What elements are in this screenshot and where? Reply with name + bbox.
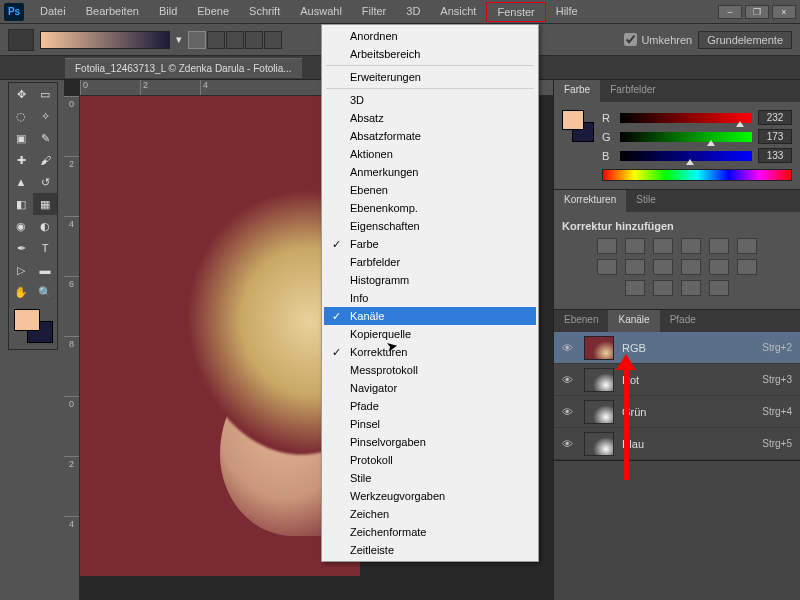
- menuitem-erweiterungen[interactable]: Erweiterungen: [324, 68, 536, 86]
- g-slider[interactable]: [620, 132, 752, 142]
- gradient-reflected-icon[interactable]: [245, 31, 263, 49]
- menuitem-farbe[interactable]: ✓Farbe: [324, 235, 536, 253]
- gradient-radial-icon[interactable]: [207, 31, 225, 49]
- b-slider[interactable]: [620, 151, 752, 161]
- menu-bild[interactable]: Bild: [149, 2, 187, 22]
- maximize-button[interactable]: ❐: [745, 5, 769, 19]
- channel-row[interactable]: 👁BlauStrg+5: [554, 428, 800, 460]
- menuitem-absatz[interactable]: Absatz: [324, 109, 536, 127]
- adj-icon[interactable]: [737, 259, 757, 275]
- reverse-checkbox[interactable]: Umkehren: [624, 33, 692, 46]
- menu-fenster[interactable]: Fenster: [486, 2, 545, 22]
- menuitem-eigenschaften[interactable]: Eigenschaften: [324, 217, 536, 235]
- gradient-tool-icon[interactable]: ▦: [33, 193, 57, 215]
- adj-icon[interactable]: [625, 259, 645, 275]
- visibility-icon[interactable]: 👁: [562, 342, 576, 354]
- menuitem-aktionen[interactable]: Aktionen: [324, 145, 536, 163]
- adj-icon[interactable]: [681, 280, 701, 296]
- hand-tool-icon[interactable]: ✋: [9, 281, 33, 303]
- tab-farbfelder[interactable]: Farbfelder: [600, 80, 666, 102]
- menuitem-ebenen[interactable]: Ebenen: [324, 181, 536, 199]
- minimize-button[interactable]: –: [718, 5, 742, 19]
- menuitem-kopierquelle[interactable]: Kopierquelle: [324, 325, 536, 343]
- tab-pfade[interactable]: Pfade: [660, 310, 706, 332]
- gradient-angle-icon[interactable]: [226, 31, 244, 49]
- menuitem-messprotokoll[interactable]: Messprotokoll: [324, 361, 536, 379]
- adj-icon[interactable]: [737, 238, 757, 254]
- eraser-tool-icon[interactable]: ◧: [9, 193, 33, 215]
- eyedropper-tool-icon[interactable]: ✎: [33, 127, 57, 149]
- canvas-image[interactable]: [80, 96, 360, 576]
- menuitem-zeitleiste[interactable]: Zeitleiste: [324, 541, 536, 559]
- tool-preset[interactable]: [8, 29, 34, 51]
- visibility-icon[interactable]: 👁: [562, 438, 576, 450]
- menuitem-zeichenformate[interactable]: Zeichenformate: [324, 523, 536, 541]
- gradient-diamond-icon[interactable]: [264, 31, 282, 49]
- adj-icon[interactable]: [597, 238, 617, 254]
- heal-tool-icon[interactable]: ✚: [9, 149, 33, 171]
- tab-ebenen[interactable]: Ebenen: [554, 310, 608, 332]
- menuitem-pinsel[interactable]: Pinsel: [324, 415, 536, 433]
- essentials-button[interactable]: Grundelemente: [698, 31, 792, 49]
- menu-ebene[interactable]: Ebene: [187, 2, 239, 22]
- adj-icon[interactable]: [681, 238, 701, 254]
- menu-schrift[interactable]: Schrift: [239, 2, 290, 22]
- panel-swatches[interactable]: [562, 110, 592, 142]
- menu-filter[interactable]: Filter: [352, 2, 396, 22]
- menu-hilfe[interactable]: Hilfe: [546, 2, 588, 22]
- tab-stile[interactable]: Stile: [626, 190, 665, 212]
- menu-3d[interactable]: 3D: [396, 2, 430, 22]
- brush-tool-icon[interactable]: 🖌: [33, 149, 57, 171]
- channel-row[interactable]: 👁RotStrg+3: [554, 364, 800, 396]
- adj-icon[interactable]: [709, 280, 729, 296]
- menuitem-protokoll[interactable]: Protokoll: [324, 451, 536, 469]
- blur-tool-icon[interactable]: ◉: [9, 215, 33, 237]
- menuitem-ebenenkomp.[interactable]: Ebenenkomp.: [324, 199, 536, 217]
- move-tool-icon[interactable]: ✥: [9, 83, 33, 105]
- dodge-tool-icon[interactable]: ◐: [33, 215, 57, 237]
- path-select-icon[interactable]: ▷: [9, 259, 33, 281]
- adj-icon[interactable]: [653, 259, 673, 275]
- b-value[interactable]: 133: [758, 148, 792, 163]
- menu-auswahl[interactable]: Auswahl: [290, 2, 352, 22]
- menuitem-arbeitsbereich[interactable]: Arbeitsbereich: [324, 45, 536, 63]
- channel-row[interactable]: 👁RGBStrg+2: [554, 332, 800, 364]
- gradient-preview[interactable]: [40, 31, 170, 49]
- tab-farbe[interactable]: Farbe: [554, 80, 600, 102]
- close-button[interactable]: ×: [772, 5, 796, 19]
- menuitem-farbfelder[interactable]: Farbfelder: [324, 253, 536, 271]
- gradient-linear-icon[interactable]: [188, 31, 206, 49]
- menuitem-3d[interactable]: 3D: [324, 91, 536, 109]
- crop-tool-icon[interactable]: ▣: [9, 127, 33, 149]
- adj-icon[interactable]: [653, 280, 673, 296]
- menuitem-info[interactable]: Info: [324, 289, 536, 307]
- menuitem-werkzeugvorgaben[interactable]: Werkzeugvorgaben: [324, 487, 536, 505]
- menu-bearbeiten[interactable]: Bearbeiten: [76, 2, 149, 22]
- document-tab[interactable]: Fotolia_12463713_L © Zdenka Darula - Fot…: [65, 58, 302, 78]
- lasso-tool-icon[interactable]: ◌: [9, 105, 33, 127]
- tab-kanäle[interactable]: Kanäle: [608, 310, 659, 332]
- adj-icon[interactable]: [625, 238, 645, 254]
- menuitem-navigator[interactable]: Navigator: [324, 379, 536, 397]
- shape-tool-icon[interactable]: ▬: [33, 259, 57, 281]
- channel-row[interactable]: 👁GrünStrg+4: [554, 396, 800, 428]
- color-swatches[interactable]: [9, 307, 57, 349]
- zoom-tool-icon[interactable]: 🔍: [33, 281, 57, 303]
- r-slider[interactable]: [620, 113, 752, 123]
- visibility-icon[interactable]: 👁: [562, 406, 576, 418]
- adj-icon[interactable]: [709, 259, 729, 275]
- type-tool-icon[interactable]: T: [33, 237, 57, 259]
- menuitem-zeichen[interactable]: Zeichen: [324, 505, 536, 523]
- menuitem-korrekturen[interactable]: ✓Korrekturen: [324, 343, 536, 361]
- menuitem-histogramm[interactable]: Histogramm: [324, 271, 536, 289]
- wand-tool-icon[interactable]: ✧: [33, 105, 57, 127]
- menu-datei[interactable]: Datei: [30, 2, 76, 22]
- hue-strip[interactable]: [602, 169, 792, 181]
- marquee-tool-icon[interactable]: ▭: [33, 83, 57, 105]
- g-value[interactable]: 173: [758, 129, 792, 144]
- menuitem-stile[interactable]: Stile: [324, 469, 536, 487]
- history-brush-icon[interactable]: ↺: [33, 171, 57, 193]
- visibility-icon[interactable]: 👁: [562, 374, 576, 386]
- menuitem-pfade[interactable]: Pfade: [324, 397, 536, 415]
- menuitem-absatzformate[interactable]: Absatzformate: [324, 127, 536, 145]
